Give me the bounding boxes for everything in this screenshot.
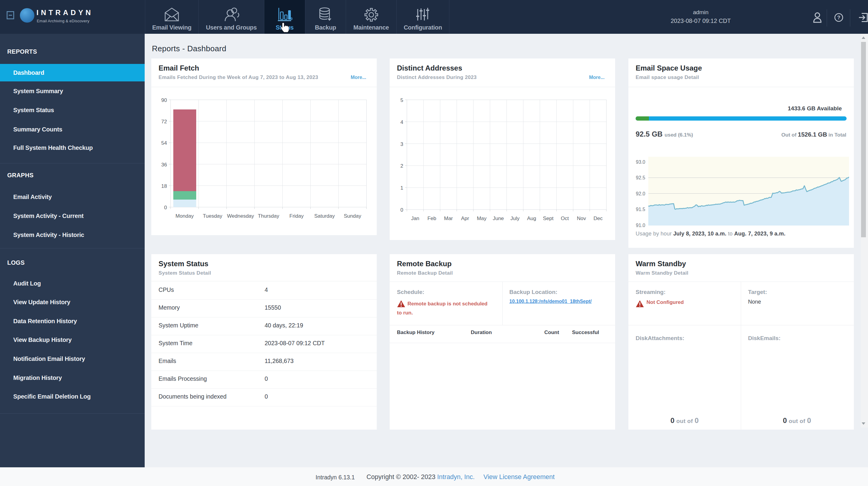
svg-text:May: May	[477, 216, 487, 221]
svg-text:2: 2	[401, 163, 403, 169]
svg-text:Mar: Mar	[444, 216, 453, 221]
svg-text:Apr: Apr	[461, 216, 469, 221]
svg-text:Jan: Jan	[411, 216, 419, 221]
svg-text:0: 0	[164, 205, 167, 210]
svg-text:Dec: Dec	[593, 216, 603, 221]
svg-text:Nov: Nov	[577, 216, 586, 221]
svg-text:1: 1	[401, 185, 403, 191]
svg-text:3: 3	[401, 142, 403, 147]
svg-text:Aug: Aug	[527, 216, 536, 221]
svg-text:54: 54	[161, 140, 167, 146]
svg-text:92.0: 92.0	[636, 191, 645, 196]
svg-text:92.5: 92.5	[636, 175, 645, 180]
svg-text:Thursday: Thursday	[258, 213, 279, 219]
svg-text:Tuesday: Tuesday	[203, 213, 222, 219]
svg-text:Feb: Feb	[427, 216, 436, 221]
svg-text:Sunday: Sunday	[344, 213, 361, 219]
svg-text:36: 36	[161, 162, 167, 168]
svg-text:June: June	[493, 216, 504, 221]
svg-text:90: 90	[161, 97, 167, 103]
svg-text:Saturday: Saturday	[314, 213, 335, 219]
svg-text:Monday: Monday	[176, 213, 194, 219]
svg-text:72: 72	[161, 119, 167, 124]
svg-text:4: 4	[401, 119, 403, 125]
svg-text:5: 5	[401, 97, 403, 103]
svg-text:91.5: 91.5	[636, 207, 645, 212]
svg-text:18: 18	[161, 183, 167, 189]
svg-text:Wednesday: Wednesday	[227, 213, 254, 219]
svg-text:0: 0	[401, 207, 403, 213]
svg-text:Sept: Sept	[543, 216, 553, 221]
svg-text:?: ?	[837, 15, 840, 21]
svg-text:93.0: 93.0	[636, 159, 645, 164]
svg-text:Friday: Friday	[289, 213, 304, 219]
svg-text:July: July	[510, 216, 520, 221]
svg-text:Oct: Oct	[561, 216, 569, 221]
svg-text:91.0: 91.0	[636, 223, 645, 228]
